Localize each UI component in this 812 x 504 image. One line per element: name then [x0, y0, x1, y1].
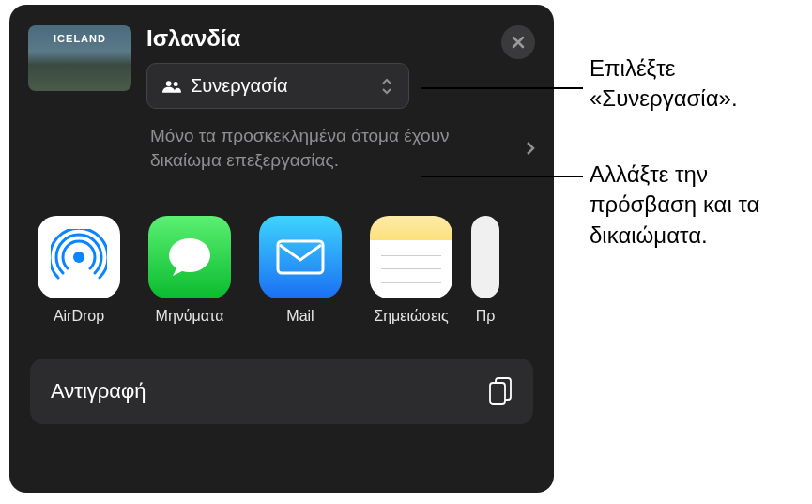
people-icon — [162, 79, 181, 94]
chevron-right-icon — [526, 141, 535, 156]
app-more-partial[interactable]: Πρ — [471, 216, 499, 325]
apps-row: AirDrop Μηνύματα Mail — [9, 191, 554, 349]
app-label: Mail — [286, 308, 314, 325]
copy-action[interactable]: Αντιγραφή — [30, 359, 533, 424]
callout-select-collab: Επιλέξτε «Συνεργασία». — [590, 53, 805, 115]
actions-section: Αντιγραφή — [9, 349, 554, 443]
copy-label: Αντιγραφή — [51, 379, 146, 404]
dropdown-label: Συνεργασία — [191, 75, 371, 97]
thumbnail-label: ICELAND — [54, 33, 106, 44]
svg-point-0 — [166, 81, 172, 86]
close-icon — [511, 35, 526, 50]
app-mail[interactable]: Mail — [259, 216, 342, 325]
callout-change-access: Αλλάξτε την πρόσβαση και τα δικαιώματα. — [590, 160, 805, 251]
app-messages[interactable]: Μηνύματα — [148, 216, 231, 325]
callout-text: Αλλάξτε την πρόσβαση και τα δικαιώματα. — [590, 161, 759, 248]
mail-icon — [259, 216, 342, 298]
svg-point-3 — [169, 238, 210, 272]
more-icon — [471, 216, 499, 298]
collaboration-dropdown[interactable]: Συνεργασία — [146, 63, 409, 109]
close-button[interactable] — [501, 25, 535, 59]
messages-icon — [148, 216, 231, 298]
app-label: Σημειώσεις — [374, 308, 448, 325]
callout-line — [421, 87, 583, 89]
updown-chevron-icon — [380, 77, 393, 96]
share-header: ICELAND Ισλανδία Συνεργασία — [9, 5, 554, 109]
callout-line — [421, 176, 583, 177]
document-title: Ισλανδία — [146, 25, 486, 52]
svg-point-1 — [174, 82, 178, 86]
permissions-text: Μόνο τα προσκεκλημένα άτομα έχουν δικαίω… — [150, 124, 518, 172]
app-label: Πρ — [476, 308, 496, 325]
app-airdrop[interactable]: AirDrop — [38, 216, 120, 325]
share-sheet: ICELAND Ισλανδία Συνεργασία — [9, 5, 554, 493]
copy-icon — [488, 377, 513, 405]
app-notes[interactable]: Σημειώσεις — [370, 216, 452, 325]
callout-text: Επιλέξτε «Συνεργασία». — [590, 55, 738, 111]
svg-rect-5 — [490, 383, 505, 404]
app-label: AirDrop — [54, 308, 104, 325]
svg-point-2 — [73, 252, 84, 263]
app-label: Μηνύματα — [156, 308, 224, 325]
svg-rect-4 — [278, 241, 323, 273]
permissions-row[interactable]: Μόνο τα προσκεκλημένα άτομα έχουν δικαίω… — [9, 109, 554, 191]
notes-icon — [370, 216, 452, 298]
airdrop-icon — [38, 216, 120, 298]
header-main: Ισλανδία Συνεργασία — [146, 25, 486, 109]
document-thumbnail: ICELAND — [28, 25, 131, 91]
